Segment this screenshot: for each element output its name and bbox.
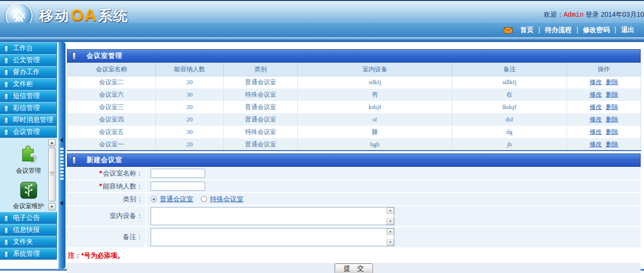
sidebar-item-bottom-2[interactable]: 信息快报 (0, 224, 57, 236)
table-row: 会议室一 20 普通会议室 hgh jh 修改删除 (67, 138, 641, 151)
cell-actions: 修改删除 (567, 88, 641, 101)
cell-actions: 修改删除 (567, 138, 641, 151)
sidebar-item-7[interactable]: 即时消息管理 (0, 114, 57, 126)
nav-items: 首页|待办流程|修改密码|退出 (515, 26, 639, 34)
sidebar-item-1[interactable]: 工作台 (0, 42, 57, 54)
scroll-up-icon[interactable]: ▲ (387, 229, 394, 235)
capacity-label: * 能容纳人数： (67, 180, 146, 192)
radio-icon[interactable] (151, 196, 157, 202)
sidebar-item-3[interactable]: 督办工作 (0, 66, 57, 78)
collapse-arrow-icon[interactable] (60, 138, 63, 142)
edit-link[interactable]: 修改 (589, 128, 602, 135)
sidebar-item-bottom-1[interactable]: 电子公告 (0, 212, 57, 224)
sidebar-bottom-group: 电子公告信息快报文件夹系统管理 (0, 212, 57, 260)
new-room-panel-title-text: 新建会议室 (87, 156, 122, 164)
sidebar-item-2[interactable]: 公文管理 (0, 54, 57, 66)
sidebar-submenu: 会议管理 会议室维护 ▲ ▼ (0, 138, 57, 212)
cell-remark: dg (452, 126, 567, 138)
scrollbar-thumb[interactable] (48, 148, 55, 201)
scroll-up-icon[interactable]: ▲ (387, 207, 394, 214)
column-header: 能容纳人数 (156, 63, 224, 76)
submit-button[interactable]: 提 交 (335, 263, 373, 273)
sidebar: 工作台公文管理督办工作文件柜短信管理彩信管理即时消息管理会议管理 会议管理 会议… (0, 42, 57, 260)
rooms-panel-title-text: 会议室管理 (87, 52, 122, 60)
nav-link-1[interactable]: 首页 (520, 26, 534, 33)
column-header: 室内设备 (298, 63, 452, 76)
sidebar-collapse-strip[interactable] (58, 42, 65, 269)
radio-option-2: 特殊会议室 (201, 195, 251, 204)
new-room-form: * 会议室名称： * 能容纳人数： 类别： (67, 167, 641, 248)
sidebar-top-group: 工作台公文管理督办工作文件柜短信管理彩信管理即时消息管理会议管理 (0, 42, 57, 138)
sidebar-item-bottom-3[interactable]: 文件夹 (0, 236, 57, 248)
nav-link-3[interactable]: 修改密码 (583, 26, 610, 33)
cell-type: 普通会议室 (224, 76, 298, 88)
cell-actions: 修改删除 (567, 126, 641, 138)
scroll-down-icon[interactable]: ▼ (387, 218, 394, 225)
cell-actions: 修改删除 (567, 101, 641, 113)
cell-remark: jh (452, 138, 567, 151)
edit-link[interactable]: 修改 (589, 116, 602, 123)
sidebar-item-8[interactable]: 会议管理 (0, 126, 57, 138)
app-title-oa: OA (70, 6, 98, 24)
submenu-scrollbar: ▲ ▼ (48, 139, 55, 210)
mail-icon (504, 27, 513, 33)
scroll-up-icon[interactable]: ▲ (48, 139, 55, 146)
cell-capacity: 30 (156, 126, 224, 138)
cell-capacity: 20 (156, 138, 224, 151)
scroll-down-icon[interactable]: ▼ (387, 240, 394, 246)
delete-link[interactable]: 删除 (606, 128, 618, 135)
nav-link-4[interactable]: 退出 (621, 26, 634, 33)
welcome-bar: 欢迎：Admin 登录 2014年03月10 (544, 11, 644, 19)
username: Admin (564, 11, 584, 19)
sidebar-item-5[interactable]: 短信管理 (0, 90, 57, 102)
cell-name: 会议室二 (67, 76, 156, 88)
remark-textarea[interactable] (151, 229, 386, 246)
page: 移动OA系统 移动OA系统 欢迎：Admin 登录 2014年03月10 首页|… (0, 0, 644, 273)
table-row: 会议室三 20 普通会议室 kdsjf lkdsjf 修改删除 (67, 101, 641, 113)
edit-link[interactable]: 修改 (589, 103, 602, 110)
sidebar-item-bottom-4[interactable]: 系统管理 (0, 248, 57, 260)
edit-link[interactable]: 修改 (589, 141, 602, 148)
equipment-textarea[interactable] (151, 207, 386, 225)
required-mark: * (99, 183, 102, 190)
rooms-table: 会议室名称能容纳人数类别室内设备备注操作 会议室二 20 普通会议室 sdkfj… (67, 63, 641, 151)
scroll-down-icon[interactable]: ▼ (48, 203, 55, 210)
edit-link[interactable]: 修改 (589, 91, 602, 98)
nav-separator: | (577, 26, 579, 33)
cell-remark: sdlkfj (452, 76, 567, 88)
cell-remark: lkdsjf (452, 101, 567, 113)
edit-link[interactable]: 修改 (589, 78, 602, 86)
nav-link-2[interactable]: 待办流程 (545, 26, 572, 33)
textarea-scrollbar: ▲ ▼ (386, 207, 394, 225)
table-row: 会议室五 30 特殊会议室 滕 dg 修改删除 (67, 126, 641, 138)
cell-type: 特殊会议室 (224, 88, 298, 101)
name-label: * 会议室名称： (67, 167, 146, 179)
app-title-mobile: 移动 (39, 8, 70, 23)
cell-name: 会议室六 (67, 88, 156, 101)
cell-equipment: kdsjf (298, 101, 452, 113)
textarea-scrollbar: ▲ ▼ (386, 229, 394, 246)
collapse-grip (58, 146, 65, 181)
title-pill-icon (72, 156, 76, 164)
delete-link[interactable]: 删除 (606, 116, 618, 123)
header: 移动OA系统 移动OA系统 欢迎：Admin 登录 2014年03月10 首页|… (0, 0, 644, 42)
sidebar-item-6[interactable]: 彩信管理 (0, 102, 57, 114)
room-capacity-input[interactable] (151, 182, 205, 191)
sidebar-item-4[interactable]: 文件柜 (0, 78, 57, 90)
delete-link[interactable]: 删除 (606, 78, 618, 86)
delete-link[interactable]: 删除 (606, 91, 618, 98)
radio-option-label[interactable]: 特殊会议室 (210, 195, 243, 204)
radio-icon[interactable] (201, 196, 207, 202)
cell-remark: 在 (452, 88, 567, 101)
header-divider (0, 37, 644, 42)
cell-capacity: 30 (156, 88, 224, 101)
remark-label: 备注： (67, 227, 146, 247)
type-label: 类别： (67, 193, 146, 205)
delete-link[interactable]: 删除 (606, 141, 618, 148)
cell-equipment: 有 (298, 88, 452, 101)
delete-link[interactable]: 删除 (606, 103, 618, 110)
collapse-arrow-icon[interactable] (60, 201, 63, 206)
title-pill-icon (72, 52, 76, 60)
radio-option-label[interactable]: 普通会议室 (160, 195, 193, 204)
room-name-input[interactable] (151, 169, 205, 178)
